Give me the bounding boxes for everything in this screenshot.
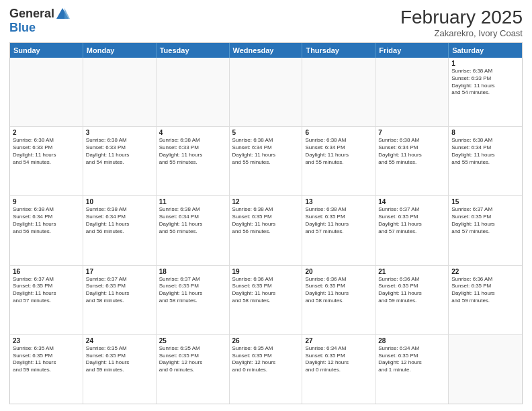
header: General Blue February 2025 Zakarekro, Iv… <box>9 7 523 38</box>
cell-info: Sunrise: 6:37 AMSunset: 6:35 PMDaylight:… <box>378 206 445 235</box>
day-number: 27 <box>305 337 372 345</box>
calendar-cell-day-12: 12Sunrise: 6:38 AMSunset: 6:35 PMDayligh… <box>230 196 303 265</box>
weekday-header-thursday: Thursday <box>302 43 375 58</box>
calendar: SundayMondayTuesdayWednesdayThursdayFrid… <box>9 42 523 404</box>
cell-info: Sunrise: 6:36 AMSunset: 6:35 PMDaylight:… <box>305 276 372 305</box>
title-block: February 2025 Zakarekro, Ivory Coast <box>400 7 523 38</box>
weekday-header-tuesday: Tuesday <box>157 43 230 58</box>
cell-info: Sunrise: 6:38 AMSunset: 6:35 PMDaylight:… <box>232 206 300 235</box>
calendar-cell-empty <box>449 335 522 404</box>
calendar-body: 1Sunrise: 6:38 AMSunset: 6:33 PMDaylight… <box>10 58 522 404</box>
cell-info: Sunrise: 6:37 AMSunset: 6:35 PMDaylight:… <box>159 276 226 305</box>
calendar-cell-empty <box>375 58 449 126</box>
cell-info: Sunrise: 6:35 AMSunset: 6:35 PMDaylight:… <box>232 345 300 374</box>
calendar-cell-day-20: 20Sunrise: 6:36 AMSunset: 6:35 PMDayligh… <box>302 266 375 334</box>
calendar-cell-day-17: 17Sunrise: 6:37 AMSunset: 6:35 PMDayligh… <box>83 266 157 334</box>
calendar-cell-day-14: 14Sunrise: 6:37 AMSunset: 6:35 PMDayligh… <box>375 196 449 265</box>
weekday-header-sunday: Sunday <box>10 43 83 58</box>
calendar-cell-day-2: 2Sunrise: 6:38 AMSunset: 6:33 PMDaylight… <box>10 127 83 195</box>
day-number: 19 <box>232 268 300 275</box>
day-number: 22 <box>451 268 519 275</box>
calendar-cell-empty <box>83 58 157 126</box>
day-number: 6 <box>305 129 372 136</box>
location: Zakarekro, Ivory Coast <box>400 28 523 38</box>
calendar-cell-day-24: 24Sunrise: 6:35 AMSunset: 6:35 PMDayligh… <box>83 335 157 404</box>
cell-info: Sunrise: 6:38 AMSunset: 6:35 PMDaylight:… <box>305 206 372 235</box>
day-number: 2 <box>13 129 80 136</box>
day-number: 24 <box>86 337 153 345</box>
calendar-cell-day-16: 16Sunrise: 6:37 AMSunset: 6:35 PMDayligh… <box>10 266 83 334</box>
calendar-cell-day-27: 27Sunrise: 6:34 AMSunset: 6:35 PMDayligh… <box>302 335 375 404</box>
day-number: 28 <box>378 337 445 345</box>
calendar-cell-day-22: 22Sunrise: 6:36 AMSunset: 6:35 PMDayligh… <box>449 266 522 334</box>
calendar-cell-day-26: 26Sunrise: 6:35 AMSunset: 6:35 PMDayligh… <box>230 335 303 404</box>
day-number: 20 <box>305 268 372 275</box>
logo-general: General <box>9 7 70 21</box>
calendar-row-0: 1Sunrise: 6:38 AMSunset: 6:33 PMDaylight… <box>10 58 522 127</box>
cell-info: Sunrise: 6:37 AMSunset: 6:35 PMDaylight:… <box>13 276 80 305</box>
day-number: 8 <box>451 129 519 136</box>
calendar-cell-empty <box>302 58 375 126</box>
calendar-cell-day-21: 21Sunrise: 6:36 AMSunset: 6:35 PMDayligh… <box>375 266 449 334</box>
cell-info: Sunrise: 6:37 AMSunset: 6:35 PMDaylight:… <box>451 206 519 235</box>
day-number: 21 <box>378 268 445 275</box>
cell-info: Sunrise: 6:38 AMSunset: 6:34 PMDaylight:… <box>159 206 226 235</box>
weekday-header-wednesday: Wednesday <box>230 43 303 58</box>
cell-info: Sunrise: 6:38 AMSunset: 6:34 PMDaylight:… <box>451 137 519 166</box>
cell-info: Sunrise: 6:38 AMSunset: 6:33 PMDaylight:… <box>13 137 80 166</box>
day-number: 12 <box>232 198 300 205</box>
calendar-cell-day-3: 3Sunrise: 6:38 AMSunset: 6:33 PMDaylight… <box>83 127 157 195</box>
svg-marker-1 <box>64 8 70 19</box>
calendar-cell-empty <box>157 58 230 126</box>
logo: General Blue <box>9 7 70 34</box>
calendar-cell-day-5: 5Sunrise: 6:38 AMSunset: 6:34 PMDaylight… <box>230 127 303 195</box>
calendar-cell-day-19: 19Sunrise: 6:36 AMSunset: 6:35 PMDayligh… <box>230 266 303 334</box>
calendar-cell-empty <box>10 58 83 126</box>
page: General Blue February 2025 Zakarekro, Iv… <box>0 0 532 411</box>
day-number: 7 <box>378 129 445 136</box>
cell-info: Sunrise: 6:36 AMSunset: 6:35 PMDaylight:… <box>232 276 300 305</box>
day-number: 18 <box>159 268 226 275</box>
day-number: 13 <box>305 198 372 205</box>
cell-info: Sunrise: 6:38 AMSunset: 6:33 PMDaylight:… <box>86 137 153 166</box>
calendar-cell-day-4: 4Sunrise: 6:38 AMSunset: 6:33 PMDaylight… <box>157 127 230 195</box>
calendar-cell-day-23: 23Sunrise: 6:35 AMSunset: 6:35 PMDayligh… <box>10 335 83 404</box>
calendar-cell-day-1: 1Sunrise: 6:38 AMSunset: 6:33 PMDaylight… <box>449 58 522 126</box>
day-number: 16 <box>13 268 80 275</box>
day-number: 25 <box>159 337 226 345</box>
cell-info: Sunrise: 6:37 AMSunset: 6:35 PMDaylight:… <box>86 276 153 305</box>
calendar-cell-day-18: 18Sunrise: 6:37 AMSunset: 6:35 PMDayligh… <box>157 266 230 334</box>
logo-blue: Blue <box>9 21 70 34</box>
calendar-row-4: 23Sunrise: 6:35 AMSunset: 6:35 PMDayligh… <box>10 335 522 404</box>
calendar-cell-day-6: 6Sunrise: 6:38 AMSunset: 6:34 PMDaylight… <box>302 127 375 195</box>
cell-info: Sunrise: 6:38 AMSunset: 6:34 PMDaylight:… <box>13 206 80 235</box>
cell-info: Sunrise: 6:36 AMSunset: 6:35 PMDaylight:… <box>451 276 519 305</box>
day-number: 26 <box>232 337 300 345</box>
cell-info: Sunrise: 6:38 AMSunset: 6:34 PMDaylight:… <box>378 137 445 166</box>
cell-info: Sunrise: 6:35 AMSunset: 6:35 PMDaylight:… <box>13 345 80 374</box>
calendar-row-3: 16Sunrise: 6:37 AMSunset: 6:35 PMDayligh… <box>10 266 522 335</box>
cell-info: Sunrise: 6:34 AMSunset: 6:35 PMDaylight:… <box>305 345 372 374</box>
calendar-header: SundayMondayTuesdayWednesdayThursdayFrid… <box>10 43 522 58</box>
month-year: February 2025 <box>400 7 523 28</box>
day-number: 14 <box>378 198 445 205</box>
cell-info: Sunrise: 6:35 AMSunset: 6:35 PMDaylight:… <box>159 345 226 374</box>
cell-info: Sunrise: 6:38 AMSunset: 6:34 PMDaylight:… <box>232 137 300 166</box>
calendar-row-1: 2Sunrise: 6:38 AMSunset: 6:33 PMDaylight… <box>10 127 522 196</box>
calendar-cell-day-10: 10Sunrise: 6:38 AMSunset: 6:34 PMDayligh… <box>83 196 157 265</box>
day-number: 23 <box>13 337 80 345</box>
weekday-header-friday: Friday <box>375 43 449 58</box>
cell-info: Sunrise: 6:38 AMSunset: 6:33 PMDaylight:… <box>159 137 226 166</box>
calendar-cell-day-15: 15Sunrise: 6:37 AMSunset: 6:35 PMDayligh… <box>449 196 522 265</box>
cell-info: Sunrise: 6:36 AMSunset: 6:35 PMDaylight:… <box>378 276 445 305</box>
calendar-cell-day-11: 11Sunrise: 6:38 AMSunset: 6:34 PMDayligh… <box>157 196 230 265</box>
day-number: 3 <box>86 129 153 136</box>
day-number: 11 <box>159 198 226 205</box>
cell-info: Sunrise: 6:38 AMSunset: 6:34 PMDaylight:… <box>305 137 372 166</box>
cell-info: Sunrise: 6:38 AMSunset: 6:34 PMDaylight:… <box>86 206 153 235</box>
day-number: 15 <box>451 198 519 205</box>
day-number: 4 <box>159 129 226 136</box>
cell-info: Sunrise: 6:34 AMSunset: 6:35 PMDaylight:… <box>378 345 445 374</box>
calendar-cell-day-13: 13Sunrise: 6:38 AMSunset: 6:35 PMDayligh… <box>302 196 375 265</box>
day-number: 10 <box>86 198 153 205</box>
